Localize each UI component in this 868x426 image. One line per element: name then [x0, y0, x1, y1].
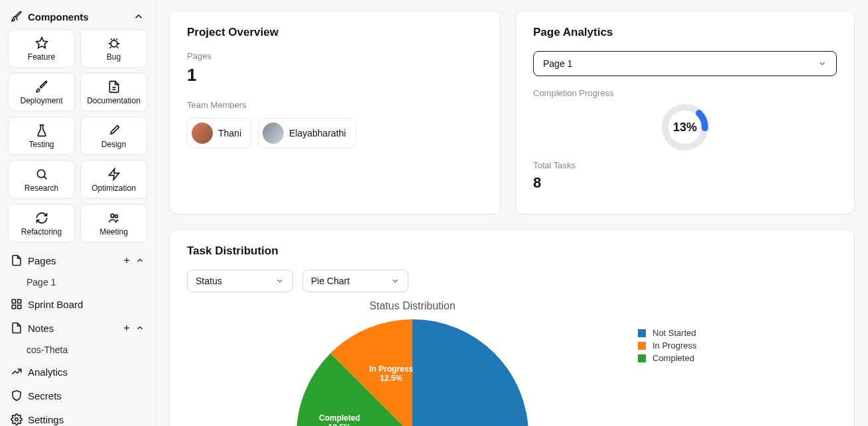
star-icon: [35, 36, 48, 50]
page-icon: [11, 254, 23, 266]
component-documentation[interactable]: Documentation: [80, 73, 147, 111]
component-research[interactable]: Research: [8, 160, 75, 199]
page-analytics-card: Page Analytics Page 1 Completion Progres…: [515, 11, 855, 215]
task-distribution-card: Task Distribution Status Pie Chart Statu…: [169, 229, 855, 426]
svg-marker-7: [109, 169, 119, 180]
component-optimization[interactable]: Optimization: [80, 160, 147, 199]
component-label: Meeting: [99, 227, 128, 237]
chevron-up-icon[interactable]: [135, 256, 145, 265]
component-testing[interactable]: Testing: [8, 117, 75, 155]
component-label: Optimization: [92, 184, 136, 193]
svg-text:12.5%: 12.5%: [328, 423, 351, 426]
svg-text:12.5%: 12.5%: [380, 374, 403, 383]
completion-label: Completion Progress: [533, 88, 837, 98]
chart-type-value: Pie Chart: [311, 276, 349, 286]
sprint-board-label: Sprint Board: [28, 299, 83, 310]
member-name: Thani: [218, 128, 241, 138]
svg-text:Completed: Completed: [319, 413, 360, 423]
legend-swatch: [638, 329, 646, 337]
overview-title: Project Overview: [187, 26, 483, 39]
svg-point-1: [111, 40, 117, 47]
svg-rect-13: [18, 299, 21, 303]
file-icon: [107, 80, 121, 93]
chart-type-select[interactable]: Pie Chart: [302, 270, 408, 292]
svg-point-8: [111, 214, 114, 217]
metric-select[interactable]: Status: [187, 270, 293, 292]
svg-line-6: [44, 176, 46, 179]
sidebar-item-analytics[interactable]: Analytics: [7, 362, 149, 382]
team-member[interactable]: Elayabharathi: [258, 118, 356, 148]
refresh-icon: [35, 211, 48, 225]
chevron-down-icon: [391, 276, 400, 286]
legend-item: Completed: [638, 352, 837, 364]
board-icon: [11, 298, 23, 310]
page-item[interactable]: Page 1: [7, 274, 149, 290]
metric-select-value: Status: [196, 276, 222, 286]
sidebar-item-pages[interactable]: Pages: [7, 250, 149, 270]
component-deployment[interactable]: Deployment: [8, 73, 75, 111]
component-label: Design: [101, 140, 126, 149]
component-meeting[interactable]: Meeting: [80, 204, 147, 242]
bug-icon: [107, 36, 121, 50]
component-feature[interactable]: Feature: [8, 29, 75, 68]
component-label: Feature: [28, 52, 55, 62]
component-bug[interactable]: Bug: [80, 29, 147, 68]
team-label: Team Members: [187, 100, 483, 110]
sidebar-item-secrets[interactable]: Secrets: [7, 386, 149, 405]
page-select[interactable]: Page 1: [533, 51, 837, 76]
team-members-row: Thani Elayabharathi: [187, 118, 483, 148]
avatar: [263, 123, 284, 144]
chart-title: Status Distribution: [369, 300, 456, 312]
sidebar-item-notes[interactable]: Notes: [7, 318, 149, 338]
project-overview-card: Project Overview Pages 1 Team Members Th…: [169, 11, 501, 215]
palette-icon: [107, 124, 121, 137]
chevron-up-icon: [133, 11, 145, 23]
legend-swatch: [638, 342, 646, 350]
users-icon: [107, 211, 121, 225]
plus-icon[interactable]: [122, 323, 131, 333]
component-label: Research: [25, 184, 58, 193]
team-member[interactable]: Thani: [187, 118, 251, 148]
member-name: Elayabharathi: [289, 128, 346, 138]
avatar: [192, 123, 213, 144]
legend-item: Not Started: [638, 327, 837, 339]
svg-rect-15: [18, 305, 21, 309]
svg-point-5: [37, 170, 45, 178]
page-select-value: Page 1: [543, 58, 572, 69]
sidebar: Components Feature Bug Deployment Docume…: [0, 0, 156, 426]
analytics-label: Analytics: [28, 366, 68, 378]
sidebar-item-sprint-board[interactable]: Sprint Board: [7, 294, 149, 314]
analytics-icon: [11, 366, 23, 378]
components-header[interactable]: Components: [7, 8, 149, 25]
legend-swatch: [638, 354, 646, 362]
component-label: Bug: [107, 52, 121, 62]
rocket-icon: [11, 11, 23, 23]
pages-label: Pages: [187, 51, 483, 61]
gear-icon: [11, 413, 23, 425]
distribution-title: Task Distribution: [187, 244, 837, 258]
note-icon: [11, 322, 23, 334]
component-design[interactable]: Design: [80, 117, 147, 155]
svg-point-18: [15, 418, 19, 421]
total-tasks-label: Total Tasks: [533, 160, 837, 170]
flask-icon: [35, 124, 48, 137]
svg-text:In Progress: In Progress: [369, 364, 413, 374]
search-icon: [35, 168, 48, 181]
plus-icon[interactable]: [122, 256, 131, 265]
chart-legend: Not Started In Progress Completed: [638, 300, 837, 426]
chevron-up-icon[interactable]: [135, 323, 145, 333]
component-label: Testing: [29, 140, 54, 149]
legend-item: In Progress: [638, 339, 837, 352]
component-refactoring[interactable]: Refactoring: [8, 204, 75, 242]
note-item[interactable]: cos-Theta: [7, 342, 149, 358]
pages-count: 1: [187, 65, 483, 85]
completion-donut: 13%: [660, 102, 710, 152]
analytics-title: Page Analytics: [533, 26, 837, 39]
chevron-down-icon: [818, 59, 827, 68]
legend-label: Not Started: [652, 328, 696, 338]
svg-rect-12: [12, 299, 15, 303]
sidebar-item-settings[interactable]: Settings: [7, 409, 149, 426]
total-tasks-count: 8: [533, 174, 837, 191]
pie-chart: In Progress 12.5% Completed 12.5%: [273, 316, 552, 426]
notes-label: Notes: [28, 323, 54, 334]
